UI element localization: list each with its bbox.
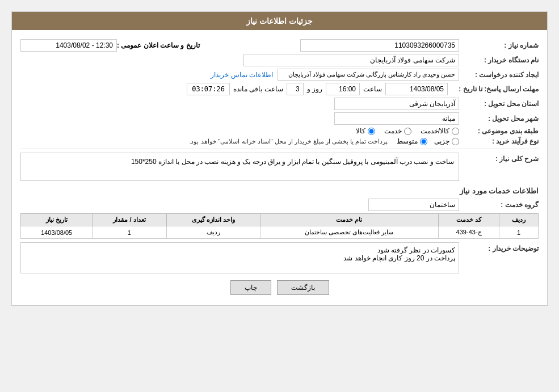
- creator-row: ایجاد کننده درخواست : حسن وحیدی راد کارش…: [20, 69, 539, 81]
- service-group-row: گروه خدمت : ساختمان: [20, 199, 539, 211]
- buyer-notes-label: توضیحات خریدار :: [459, 242, 539, 252]
- announce-date-label: تاریخ و ساعت اعلان عمومی :: [117, 41, 200, 49]
- description-label: شرح کلی نیاز :: [459, 153, 539, 163]
- announce-date-value: 1403/08/02 - 12:30: [20, 39, 117, 52]
- category-option-kala-khedmat: کالا/خدمت: [421, 127, 459, 135]
- buyer-notes-box: کسورات در نظر گرفته شود پرداخت در 20 روز…: [20, 242, 459, 273]
- divider1: [20, 149, 539, 149]
- services-section: اطلاعات خدمات مورد نیاز گروه خدمت : ساخت…: [20, 187, 539, 239]
- creator-contact-link[interactable]: اطلاعات تماس خریدار: [211, 71, 273, 79]
- creator-input: حسن وحیدی راد کارشناس بازرگانی شرکت سهام…: [278, 69, 459, 81]
- need-number-value: 1103093266000735: [211, 39, 459, 52]
- category-option-khedmat: خدمت: [384, 127, 411, 135]
- deadline-date-input: 1403/08/05: [385, 83, 448, 95]
- province-input: آذربایجان شرقی: [334, 98, 459, 110]
- process-radio-motavasset[interactable]: [420, 138, 427, 145]
- category-option-kala: کالا: [356, 127, 375, 135]
- cell-count: 1: [93, 226, 166, 239]
- services-title: اطلاعات خدمات مورد نیاز: [20, 187, 539, 195]
- buyer-notes-row: توضیحات خریدار : کسورات در نظر گرفته شود…: [20, 242, 539, 273]
- buyer-note-line2: پرداخت در 20 روز کاری انجام خواهد شد: [24, 254, 455, 262]
- process-label-jozi: جزیی: [434, 137, 449, 145]
- deadline-row: مهلت ارسال پاسخ: تا تاریخ : 1403/08/05 س…: [20, 83, 539, 95]
- city-row: شهر محل تحویل : میانه: [20, 112, 539, 125]
- city-input: میانه: [334, 112, 459, 125]
- content-area: شماره نیاز : 1103093266000735 تاریخ و سا…: [12, 30, 547, 305]
- cell-unit: ردیف: [166, 226, 260, 239]
- buyer-note-line1: کسورات در نظر گرفته شود: [24, 246, 455, 254]
- services-table-body: 1 ج-43-439 سایر فعالیت‌های تخصصی ساختمان…: [21, 226, 539, 239]
- buttons-area: بازگشت چاپ: [20, 280, 539, 295]
- service-group-input: ساختمان: [368, 199, 459, 211]
- process-radio-jozi[interactable]: [452, 138, 459, 145]
- service-group-label: گروه خدمت :: [459, 201, 539, 209]
- category-label: طبقه بندی موضوعی :: [459, 127, 539, 135]
- col-row: ردیف: [499, 214, 539, 226]
- buyer-notes-value: کسورات در نظر گرفته شود پرداخت در 20 روز…: [20, 242, 459, 273]
- buyer-station-label: نام دستگاه خریدار :: [459, 56, 539, 64]
- table-row: 1 ج-43-439 سایر فعالیت‌های تخصصی ساختمان…: [21, 226, 539, 239]
- description-box: ساخت و نصب درب آلمینیومی با پروفیل سنگین…: [20, 153, 459, 181]
- deadline-time-input: 16:00: [326, 83, 360, 95]
- buyer-station-row: نام دستگاه خریدار : شرکت سهامی فولاد آذر…: [20, 54, 539, 66]
- remaining-label: ساعت باقی مانده: [233, 85, 283, 93]
- service-group-value: ساختمان: [20, 199, 459, 211]
- category-radio-kala-khedmat[interactable]: [452, 128, 459, 135]
- need-number-row: شماره نیاز : 1103093266000735 تاریخ و سا…: [20, 39, 539, 52]
- category-row: طبقه بندی موضوعی : کالا/خدمت خدمت کالا: [20, 127, 539, 135]
- cell-row: 1: [499, 226, 539, 239]
- need-number-input: 1103093266000735: [300, 39, 459, 52]
- description-value: ساخت و نصب درب آلمینیومی با پروفیل سنگین…: [20, 153, 459, 181]
- cell-date: 1403/08/05: [21, 226, 93, 239]
- city-value: میانه: [20, 112, 459, 125]
- province-row: استان محل تحویل : آذربایجان شرقی: [20, 98, 539, 110]
- days-input: 3: [287, 83, 304, 95]
- city-label: شهر محل تحویل :: [459, 115, 539, 123]
- deadline-label: مهلت ارسال پاسخ: تا تاریخ :: [448, 85, 539, 93]
- province-value: آذربایجان شرقی: [20, 98, 459, 110]
- category-options: کالا/خدمت خدمت کالا: [20, 127, 459, 135]
- col-code: کد خدمت: [438, 214, 499, 226]
- process-note: پرداخت تمام یا بخشی از مبلغ خریدار از مح…: [189, 138, 388, 145]
- process-row: نوع فرآیند خرید : جزیی متوسط پرداخت تمام…: [20, 137, 539, 145]
- services-table-head: ردیف کد خدمت نام خدمت واحد اندازه گیری ت…: [21, 214, 539, 226]
- back-button[interactable]: بازگشت: [277, 280, 329, 295]
- category-radio-khedmat[interactable]: [404, 128, 411, 135]
- services-table-header-row: ردیف کد خدمت نام خدمت واحد اندازه گیری ت…: [21, 214, 539, 226]
- process-options: جزیی متوسط: [397, 137, 459, 145]
- creator-label: ایجاد کننده درخواست :: [459, 71, 539, 79]
- print-button[interactable]: چاپ: [230, 280, 271, 295]
- page-header: جزئیات اطلاعات نیاز: [12, 12, 547, 30]
- timer-display: 03:07:26: [187, 83, 230, 95]
- cell-code: ج-43-439: [438, 226, 499, 239]
- buyer-station-value: شرکت سهامی فولاد آذربایجان: [20, 54, 459, 66]
- process-label-motavasset: متوسط: [397, 137, 418, 145]
- creator-value: حسن وحیدی راد کارشناس بازرگانی شرکت سهام…: [20, 69, 459, 81]
- services-table: ردیف کد خدمت نام خدمت واحد اندازه گیری ت…: [20, 213, 539, 239]
- col-name: نام خدمت: [260, 214, 438, 226]
- category-label-khedmat: خدمت: [384, 127, 402, 135]
- days-label: روز و: [307, 85, 322, 93]
- col-count: تعداد / مقدار: [93, 214, 166, 226]
- province-label: استان محل تحویل :: [459, 100, 539, 108]
- cell-name: سایر فعالیت‌های تخصصی ساختمان: [260, 226, 438, 239]
- process-value: جزیی متوسط پرداخت تمام یا بخشی از مبلغ خ…: [20, 137, 459, 145]
- header-title: جزئیات اطلاعات نیاز: [246, 16, 313, 26]
- deadline-value: 1403/08/05 ساعت 16:00 روز و 3 ساعت باقی …: [20, 83, 448, 95]
- category-label-kala-khedmat: کالا/خدمت: [421, 127, 449, 135]
- category-radio-kala[interactable]: [368, 128, 375, 135]
- category-label-kala: کالا: [356, 127, 365, 135]
- buyer-station-input: شرکت سهامی فولاد آذربایجان: [243, 54, 459, 66]
- main-container: جزئیات اطلاعات نیاز شماره نیاز : 1103093…: [11, 11, 548, 306]
- col-date: تاریخ نیاز: [21, 214, 93, 226]
- need-number-label: شماره نیاز :: [459, 41, 539, 49]
- process-option-jozi: جزیی: [434, 137, 459, 145]
- description-row: شرح کلی نیاز : ساخت و نصب درب آلمینیومی …: [20, 153, 539, 181]
- process-option-motavasset: متوسط: [397, 137, 427, 145]
- col-unit: واحد اندازه گیری: [166, 214, 260, 226]
- deadline-time-label: ساعت: [363, 85, 382, 93]
- process-label: نوع فرآیند خرید :: [459, 137, 539, 145]
